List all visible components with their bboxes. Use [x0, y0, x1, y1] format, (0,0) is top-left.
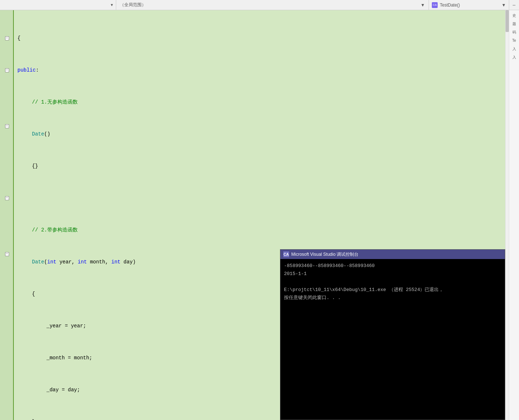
gutter-line-d1print [0, 218, 13, 226]
pin-button[interactable]: ↔ [509, 0, 519, 10]
gutter-line-print-close [0, 146, 13, 154]
right-panel-item-in1[interactable]: 入 [510, 45, 519, 53]
console-titlebar: CA Microsoft Visual Studio 调试控制台 [280, 250, 505, 259]
right-panel-item-topic[interactable]: 题 [510, 20, 519, 28]
console-line-4: E:\projtct\10_11\x64\Debug\10_11.exe （进程… [284, 286, 501, 294]
context-label: （全局范围） [120, 2, 146, 8]
line-public: public: [14, 66, 505, 74]
gutter-line-day [0, 98, 13, 106]
main-content: − − − − [0, 10, 505, 420]
gutter-line-semicolon [0, 186, 13, 194]
right-panel: 史 题 码 Te 入 入 [509, 10, 519, 420]
right-panel-item-code[interactable]: 码 [510, 28, 519, 36]
console-body: -858993460--858993460--858993460 2015-1-… [280, 259, 505, 420]
fold-icon-testdate[interactable]: − [5, 196, 9, 200]
context-selector[interactable]: （全局范围） ▼ [116, 0, 429, 10]
line-brace-open: { [14, 34, 505, 42]
gutter-line-comment2 [0, 58, 13, 66]
gutter-line-year [0, 82, 13, 90]
gutter-line-comment1 [0, 26, 13, 34]
scope-selector[interactable]: ▼ [0, 0, 116, 10]
gutter-line-main-open [0, 258, 13, 266]
fold-date-default[interactable]: − [0, 34, 14, 42]
scope-arrow[interactable]: ▼ [110, 3, 114, 7]
right-panel-item-history[interactable]: 史 [510, 12, 519, 19]
fold-testdate[interactable]: − [0, 194, 14, 202]
gutter: − − − − [0, 10, 14, 420]
gutter-line-print-open [0, 130, 13, 138]
function-icon: CA [432, 2, 438, 8]
fold-icon-main[interactable]: − [5, 252, 9, 256]
gutter-line-private [0, 154, 13, 162]
line-comment-1: // 1.无参构造函数 [14, 98, 505, 106]
console-line-1: -858993460--858993460--858993460 [284, 262, 501, 270]
fold-print[interactable]: − [0, 122, 14, 130]
fold-date-param[interactable]: − [0, 66, 14, 74]
function-label: TestDate() [440, 3, 460, 8]
gutter-line-cout [0, 138, 13, 146]
right-panel-item-in2[interactable]: 入 [510, 53, 519, 61]
line-empty-braces: {} [14, 162, 505, 170]
context-arrow[interactable]: ▼ [421, 3, 425, 8]
gutter-line-month [0, 90, 13, 98]
gutter-line-testdate-call [0, 266, 13, 274]
gutter-line-main-close [0, 282, 13, 290]
gutter-line-1 [0, 10, 13, 18]
console-window: CA Microsoft Visual Studio 调试控制台 -858993… [280, 249, 505, 420]
console-line-5: 按任意键关闭此窗口. . . [284, 294, 501, 302]
fold-icon-date-param[interactable]: − [5, 68, 9, 72]
function-selector[interactable]: CA TestDate() ▼ [429, 0, 509, 10]
gutter-line-close [0, 106, 13, 114]
gutter-line-return [0, 274, 13, 282]
gutter-line-d2 [0, 226, 13, 234]
gutter-line-testdate-close [0, 242, 13, 250]
gutter-line-d1 [0, 210, 13, 218]
console-icon: CA [283, 251, 289, 257]
gutter-line-testdate-open [0, 202, 13, 210]
fold-icon-print[interactable]: − [5, 124, 9, 128]
toolbar: ▼ （全局范围） ▼ CA TestDate() ▼ ↔ [0, 0, 519, 10]
fold-public[interactable] [0, 18, 14, 26]
scrollbar-thumb[interactable] [506, 10, 509, 32]
line-comment-2: // 2.带参构造函数 [14, 226, 505, 234]
gutter-line-int-month [0, 170, 13, 178]
gutter-line-empty2 [0, 114, 13, 122]
function-arrow[interactable]: ▼ [502, 3, 506, 8]
console-title: Microsoft Visual Studio 调试控制台 [291, 251, 358, 258]
gutter-line-int-day [0, 178, 13, 186]
gutter-line-int-year [0, 162, 13, 170]
fold-main[interactable]: − [0, 250, 14, 258]
gutter-line-open [0, 74, 13, 82]
console-line-2: 2015-1-1 [284, 270, 501, 278]
line-empty-1 [14, 194, 505, 202]
fold-icon-date-default[interactable]: − [5, 36, 9, 40]
scrollbar[interactable] [505, 10, 509, 420]
gutter-line-braces [0, 42, 13, 50]
line-date-default: Date() [14, 130, 505, 138]
right-panel-item-te[interactable]: Te [510, 37, 519, 44]
gutter-line-empty1 [0, 50, 13, 58]
gutter-line-d2print [0, 234, 13, 242]
console-line-3 [284, 278, 501, 286]
